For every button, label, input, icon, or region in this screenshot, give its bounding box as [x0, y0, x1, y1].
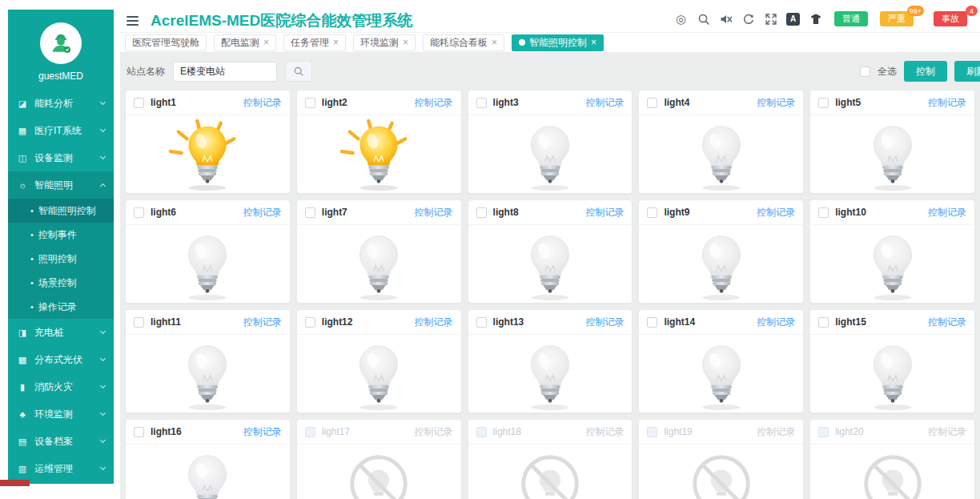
- sidebar-item[interactable]: ◪ 能耗分析: [8, 90, 114, 117]
- mute-icon[interactable]: [719, 12, 733, 26]
- control-record-link[interactable]: 控制记录: [928, 316, 966, 329]
- sidebar-item[interactable]: ▥ 运维管理: [8, 455, 114, 482]
- control-record-link[interactable]: 控制记录: [415, 425, 453, 439]
- sidebar-subitem[interactable]: 操作记录: [8, 295, 114, 319]
- control-record-link[interactable]: 控制记录: [415, 316, 453, 329]
- light-checkbox[interactable]: [647, 317, 657, 328]
- light-checkbox[interactable]: [818, 98, 829, 108]
- control-record-link[interactable]: 控制记录: [585, 425, 624, 439]
- alarm-badge-accident[interactable]: 事故 4: [934, 11, 967, 26]
- sidebar-item[interactable]: ▤ 设备档案: [8, 428, 114, 455]
- control-record-link[interactable]: 控制记录: [757, 96, 795, 110]
- control-record-link[interactable]: 控制记录: [585, 96, 624, 110]
- light-checkbox[interactable]: [134, 317, 144, 328]
- light-checkbox[interactable]: [476, 427, 487, 437]
- search-button[interactable]: [285, 61, 312, 82]
- site-name-input[interactable]: [173, 62, 277, 82]
- magnifier-icon: [293, 66, 304, 77]
- sidebar-item-label: 医疗IT系统: [34, 124, 82, 138]
- control-record-link[interactable]: 控制记录: [243, 316, 282, 329]
- theme-shirt-icon[interactable]: [809, 12, 822, 26]
- tab-close-icon[interactable]: ×: [263, 38, 269, 47]
- select-all-checkbox[interactable]: [860, 66, 870, 77]
- light-checkbox[interactable]: [305, 427, 315, 437]
- sidebar-item[interactable]: ♣ 环境监测: [8, 400, 114, 428]
- tab-label: 医院管理驾驶舱: [132, 36, 199, 50]
- sidebar-item-label: 设备监测: [34, 151, 73, 165]
- sidebar-item[interactable]: ◨ 充电桩: [8, 319, 114, 346]
- hospital-icon: ▦: [17, 126, 28, 136]
- sidebar-subitem[interactable]: 智能照明控制: [8, 199, 114, 223]
- chevron-down-icon: [100, 328, 106, 334]
- control-record-link[interactable]: 控制记录: [243, 425, 282, 439]
- refresh-icon[interactable]: [741, 12, 755, 26]
- light-checkbox[interactable]: [305, 207, 315, 218]
- light-checkbox[interactable]: [476, 98, 487, 108]
- light-name: light6: [151, 207, 176, 218]
- alarm-badge-normal[interactable]: 普通: [834, 11, 868, 26]
- bulb-graphic: [833, 227, 953, 302]
- control-button[interactable]: 控制: [904, 61, 947, 82]
- fullscreen-icon[interactable]: [764, 12, 777, 26]
- sidebar-item[interactable]: ▮ 消防火灾: [8, 373, 114, 400]
- tab-close-icon[interactable]: ×: [591, 38, 596, 47]
- refresh-button[interactable]: 刷新: [954, 61, 980, 82]
- screen-adapt-icon[interactable]: ◎: [674, 12, 688, 26]
- menu-toggle-icon[interactable]: [127, 16, 139, 26]
- control-record-link[interactable]: 控制记录: [415, 96, 453, 110]
- sidebar-subitem[interactable]: 照明控制: [8, 247, 114, 271]
- tab[interactable]: 任务管理 ×: [283, 34, 346, 51]
- light-card-body: [126, 225, 290, 304]
- light-checkbox[interactable]: [818, 427, 829, 437]
- avatar[interactable]: [40, 22, 82, 64]
- tab[interactable]: 环境监测 ×: [353, 34, 416, 51]
- tab[interactable]: 能耗综合看板 ×: [423, 34, 504, 51]
- light-checkbox[interactable]: [818, 317, 829, 328]
- control-record-link[interactable]: 控制记录: [757, 206, 795, 219]
- light-card-header: light19 控制记录: [639, 420, 803, 445]
- light-checkbox[interactable]: [305, 317, 315, 328]
- light-card-header: light8 控制记录: [468, 200, 633, 225]
- alarm-badge-severe[interactable]: 严重 99+: [880, 11, 914, 26]
- tab[interactable]: 医院管理驾驶舱 ×: [125, 34, 207, 51]
- light-checkbox[interactable]: [476, 207, 487, 218]
- control-record-link[interactable]: 控制记录: [757, 425, 795, 439]
- sidebar-item[interactable]: ▦ 医疗IT系统: [8, 117, 114, 144]
- tab[interactable]: 智能照明控制 ×: [512, 34, 604, 51]
- control-record-link[interactable]: 控制记录: [757, 316, 795, 329]
- light-checkbox[interactable]: [476, 317, 487, 328]
- tab-close-icon[interactable]: ×: [492, 38, 497, 47]
- light-card-header: light11 控制记录: [126, 310, 290, 335]
- control-record-link[interactable]: 控制记录: [928, 96, 966, 110]
- control-record-link[interactable]: 控制记录: [928, 206, 966, 219]
- select-all-label: 全选: [878, 65, 897, 78]
- control-record-link[interactable]: 控制记录: [415, 206, 453, 219]
- light-checkbox[interactable]: [305, 98, 315, 108]
- light-checkbox[interactable]: [134, 427, 144, 437]
- sidebar-item-label: 环境监测: [34, 408, 73, 421]
- light-card-header: light9 控制记录: [639, 200, 803, 225]
- light-checkbox[interactable]: [818, 207, 829, 218]
- light-checkbox[interactable]: [134, 98, 144, 108]
- sidebar-subitem[interactable]: 场景控制: [8, 271, 114, 295]
- control-record-link[interactable]: 控制记录: [928, 425, 966, 439]
- control-record-link[interactable]: 控制记录: [585, 316, 624, 329]
- light-checkbox[interactable]: [134, 207, 144, 218]
- sidebar-item[interactable]: ▩ 分布式光伏: [8, 346, 114, 373]
- light-checkbox[interactable]: [647, 427, 657, 437]
- tab-close-icon[interactable]: ×: [403, 38, 408, 47]
- control-record-link[interactable]: 控制记录: [243, 96, 282, 110]
- control-record-link[interactable]: 控制记录: [585, 206, 624, 219]
- light-checkbox[interactable]: [647, 98, 657, 108]
- control-record-link[interactable]: 控制记录: [243, 206, 282, 219]
- light-checkbox[interactable]: [647, 207, 657, 218]
- light-card: light7 控制记录: [296, 199, 462, 304]
- light-card: light4 控制记录: [638, 90, 804, 194]
- tab[interactable]: 配电监测 ×: [214, 34, 276, 51]
- font-size-icon[interactable]: A: [786, 13, 800, 26]
- sidebar-subitem[interactable]: 控制事件: [8, 223, 114, 247]
- sidebar-item[interactable]: ◫ 设备监测: [8, 144, 114, 171]
- sidebar-item[interactable]: ☼ 智能照明: [8, 171, 114, 199]
- search-icon[interactable]: [697, 12, 710, 26]
- tab-close-icon[interactable]: ×: [333, 38, 339, 47]
